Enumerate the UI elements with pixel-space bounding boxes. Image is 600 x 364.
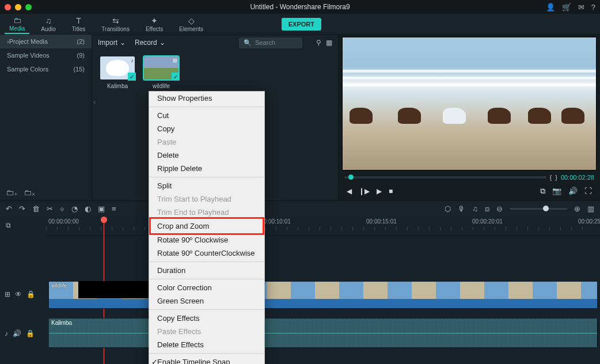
tab-transitions[interactable]: ⇆Transitions bbox=[97, 15, 134, 33]
maximize-window-button[interactable] bbox=[25, 4, 32, 10]
media-item-wildlife[interactable]: ⊞✓ wildlife bbox=[144, 56, 179, 89]
color-icon[interactable]: ◐ bbox=[85, 204, 91, 213]
play-button[interactable]: ▶ bbox=[377, 187, 382, 195]
preview-scrubber[interactable]: { } 00:00:02:28 bbox=[342, 170, 597, 184]
menu-delete[interactable]: Delete bbox=[149, 149, 264, 162]
speed-icon[interactable]: ◔ bbox=[71, 204, 78, 213]
video-clip-gap[interactable] bbox=[78, 281, 151, 298]
menu-enable-timeline-snap[interactable]: Enable Timeline Snap bbox=[149, 355, 264, 364]
media-item-kalimba[interactable]: ♪✓ Kalimba bbox=[100, 56, 135, 89]
audio-track-icon[interactable]: ♪ bbox=[5, 329, 8, 338]
menu-copy[interactable]: Copy bbox=[149, 122, 264, 135]
tab-effects[interactable]: ✦Effects bbox=[141, 15, 168, 33]
sidebar-footer: 🗀₊ 🗀ₓ bbox=[6, 188, 35, 197]
track-lock-icon[interactable]: 🔒 bbox=[26, 329, 35, 338]
help-icon[interactable]: ? bbox=[591, 3, 595, 12]
filter-icon[interactable]: ⚲ bbox=[316, 39, 321, 47]
play-pause-button[interactable]: ❙▶ bbox=[359, 187, 370, 195]
undo-icon[interactable]: ↶ bbox=[6, 204, 12, 213]
menu-ripple-delete[interactable]: Ripple Delete bbox=[149, 162, 264, 175]
preview-video[interactable] bbox=[342, 37, 597, 170]
render-icon[interactable]: ⧈ bbox=[485, 204, 489, 214]
upper-panel: ›Project Media (2) Sample Videos (9) Sam… bbox=[0, 35, 600, 200]
tab-audio[interactable]: ♫Audio bbox=[36, 15, 60, 33]
sidebar-item-sample-videos[interactable]: Sample Videos (9) bbox=[0, 48, 92, 62]
track-manager-icon[interactable]: ⧉ bbox=[6, 221, 11, 229]
timeline[interactable]: ⧉ 00:00:00:00 00:00:05:01 00:00:10:01 00… bbox=[0, 217, 600, 364]
zoom-in-icon[interactable]: ⊕ bbox=[574, 204, 580, 213]
import-label: Import bbox=[98, 39, 117, 47]
menu-split[interactable]: Split bbox=[149, 179, 264, 192]
close-window-button[interactable] bbox=[5, 4, 11, 10]
mixer-icon[interactable]: ♫ bbox=[472, 204, 478, 213]
import-dropdown[interactable]: Import ⌄ bbox=[98, 39, 126, 47]
menu-rotate-cw[interactable]: Rotate 90º Clockwise bbox=[149, 233, 264, 247]
account-icon[interactable]: 👤 bbox=[546, 3, 555, 12]
zoom-out-icon[interactable]: ⊖ bbox=[496, 204, 503, 213]
video-clip-label: wildlife bbox=[51, 283, 67, 289]
track-visible-icon[interactable]: 👁 bbox=[15, 290, 22, 298]
tab-elements[interactable]: ◇Elements bbox=[174, 15, 208, 33]
ruler-label: 00:00:15:01 bbox=[366, 218, 397, 225]
search-placeholder: Search bbox=[255, 39, 275, 46]
menu-green-screen[interactable]: Green Screen bbox=[149, 294, 264, 308]
volume-icon[interactable]: 🔊 bbox=[568, 187, 578, 196]
ruler-label: 00:00:20:01 bbox=[472, 218, 503, 225]
mark-out-icon[interactable]: } bbox=[555, 174, 557, 181]
screen-icon[interactable]: ⧉ bbox=[540, 187, 545, 196]
greenscreen-icon[interactable]: ▣ bbox=[98, 204, 105, 213]
fullscreen-icon[interactable]: ⛶ bbox=[584, 187, 592, 196]
cut-icon[interactable]: ✂ bbox=[47, 204, 53, 213]
stop-button[interactable]: ■ bbox=[389, 187, 393, 195]
sidebar-item-sample-colors[interactable]: Sample Colors (15) bbox=[0, 62, 92, 76]
menu-color-correction[interactable]: Color Correction bbox=[149, 281, 264, 294]
audio-clip[interactable]: Kalimba bbox=[48, 318, 598, 348]
prev-frame-button[interactable]: ◀ bbox=[347, 187, 352, 195]
minimize-window-button[interactable] bbox=[15, 4, 21, 10]
elements-icon: ◇ bbox=[188, 16, 195, 25]
video-track-header: ⊞ 👁 🔒 bbox=[0, 290, 46, 298]
mic-icon[interactable]: 🎙 bbox=[458, 204, 465, 213]
message-icon[interactable]: ✉︎ bbox=[578, 3, 584, 12]
grid-view-icon[interactable]: ▦ bbox=[326, 39, 332, 47]
redo-icon[interactable]: ↷ bbox=[19, 204, 25, 213]
audio-clip-label: Kalimba bbox=[51, 320, 72, 326]
audio-icon: ♫ bbox=[45, 16, 52, 25]
tab-media[interactable]: 🗀Media bbox=[5, 14, 29, 34]
preview-controls: ◀ ❙▶ ▶ ■ ⧉ 📷 🔊 ⛶ bbox=[342, 184, 597, 199]
timeline-ruler[interactable]: 00:00:00:00 00:00:05:01 00:00:10:01 00:0… bbox=[46, 217, 600, 236]
marker-icon[interactable]: ⬡ bbox=[445, 204, 451, 213]
settings-icon[interactable]: ≡ bbox=[112, 204, 116, 213]
preview-timecode: 00:00:02:28 bbox=[561, 174, 594, 181]
track-mute-icon[interactable]: 🔊 bbox=[13, 329, 21, 338]
film-icon: ⊞ bbox=[173, 58, 177, 63]
mark-in-icon[interactable]: { bbox=[550, 174, 552, 181]
delete-folder-icon[interactable]: 🗀ₓ bbox=[24, 188, 35, 197]
main-tabbar: 🗀Media ♫Audio TTitles ⇆Transitions ✦Effe… bbox=[0, 14, 600, 35]
sidebar-item-project-media[interactable]: ›Project Media (2) bbox=[0, 35, 92, 48]
search-input[interactable]: 🔍Search bbox=[239, 37, 302, 48]
cart-icon[interactable]: 🛒 bbox=[562, 3, 571, 12]
track-lock-icon[interactable]: 🔒 bbox=[26, 290, 35, 298]
sidebar-item-label: Project Media bbox=[9, 38, 48, 45]
menu-crop-and-zoom[interactable]: Crop and Zoom bbox=[157, 219, 256, 233]
menu-duration[interactable]: Duration bbox=[149, 264, 264, 277]
menu-copy-effects[interactable]: Copy Effects bbox=[149, 312, 264, 325]
menu-show-properties[interactable]: Show Properties bbox=[149, 92, 264, 105]
zoom-fit-icon[interactable]: ▥ bbox=[587, 204, 594, 213]
menu-delete-effects[interactable]: Delete Effects bbox=[149, 338, 264, 351]
menu-cut[interactable]: Cut bbox=[149, 109, 264, 122]
collapse-sidebar-icon[interactable]: ‹ bbox=[93, 98, 96, 106]
crop-icon[interactable]: ⟐ bbox=[60, 204, 64, 213]
delete-icon[interactable]: 🗑 bbox=[32, 204, 40, 213]
export-button[interactable]: EXPORT bbox=[282, 18, 321, 31]
new-folder-icon[interactable]: 🗀₊ bbox=[6, 188, 18, 197]
track-type-icon[interactable]: ⊞ bbox=[5, 290, 10, 298]
record-dropdown[interactable]: Record ⌄ bbox=[135, 39, 165, 47]
snapshot-icon[interactable]: 📷 bbox=[552, 187, 561, 196]
menu-rotate-ccw[interactable]: Rotate 90º CounterClockwise bbox=[149, 247, 264, 260]
zoom-slider[interactable] bbox=[510, 208, 567, 210]
sidebar-item-label: Sample Videos bbox=[7, 52, 50, 59]
tab-titles[interactable]: TTitles bbox=[67, 15, 90, 33]
folder-icon: 🗀 bbox=[13, 16, 21, 25]
